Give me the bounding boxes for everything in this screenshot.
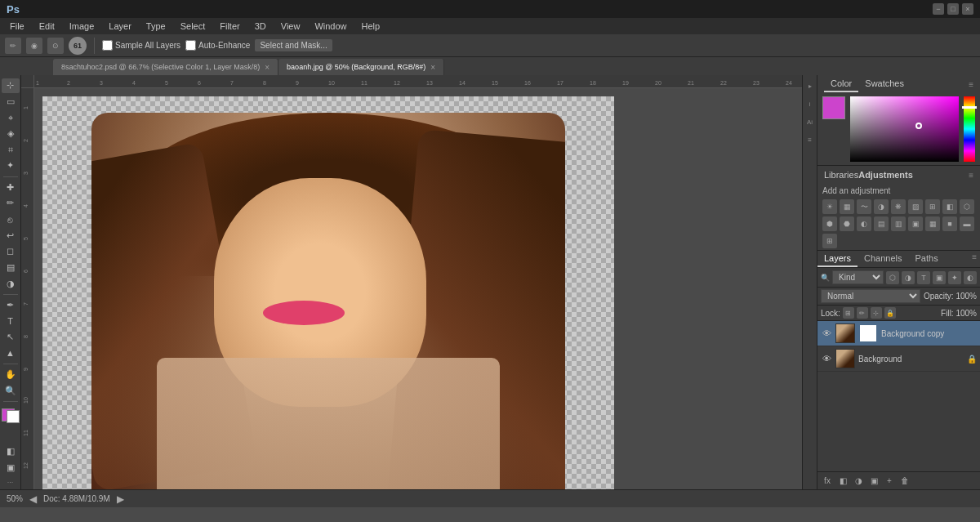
channel-mixer-icon[interactable]: ⬢ xyxy=(822,216,837,231)
menu-window[interactable]: Window xyxy=(308,20,353,32)
layer-delete-button[interactable]: 🗑 xyxy=(898,475,911,488)
posterize-icon[interactable]: ▤ xyxy=(874,216,889,231)
brightness-contrast-icon[interactable]: ☀ xyxy=(822,199,837,214)
panel-collapse-icon[interactable]: ≡ xyxy=(969,80,973,89)
vibrance-icon[interactable]: ❋ xyxy=(891,199,906,214)
lock-all-icon[interactable]: 🔒 xyxy=(884,307,896,319)
gradient-tool[interactable]: ▤ xyxy=(2,261,20,275)
panel-menu-icon[interactable]: ≡ xyxy=(969,171,973,180)
extra-tools[interactable]: ··· xyxy=(7,478,14,486)
brush-tool-icon[interactable]: ✏ xyxy=(5,38,21,54)
menu-help[interactable]: Help xyxy=(355,20,387,32)
move-tool[interactable]: ⊹ xyxy=(2,78,20,93)
tab-close-icon[interactable]: × xyxy=(265,63,270,72)
healing-tool[interactable]: ✚ xyxy=(2,181,20,195)
layer-kind-select[interactable]: Kind xyxy=(832,270,884,284)
layer-visibility-icon[interactable]: 👁 xyxy=(821,354,832,364)
menu-3d[interactable]: 3D xyxy=(248,20,273,32)
layer-adjustment-button[interactable]: ◑ xyxy=(852,475,865,488)
menu-view[interactable]: View xyxy=(274,20,307,32)
filter-adjustment-icon[interactable]: ◑ xyxy=(902,271,915,284)
gradient-fill-icon[interactable]: ▬ xyxy=(960,216,974,231)
color-panel-header[interactable]: Color Swatches ≡ xyxy=(817,75,980,93)
tab-paths[interactable]: Paths xyxy=(909,251,945,267)
minimize-button[interactable]: − xyxy=(933,3,944,15)
hsl-icon[interactable]: ▨ xyxy=(908,199,923,214)
lasso-tool[interactable]: ⌖ xyxy=(2,110,20,125)
menu-filter[interactable]: Filter xyxy=(213,20,246,32)
filter-smart-icon[interactable]: ✦ xyxy=(948,271,961,284)
menu-image[interactable]: Image xyxy=(63,20,101,32)
info-panel-icon[interactable]: i xyxy=(803,96,817,111)
shape-tool[interactable]: ▲ xyxy=(2,346,20,361)
path-select-tool[interactable]: ↖ xyxy=(2,330,20,345)
tab-8sachtuhoc2[interactable]: 8sachtuhoc2.psd @ 66.7% (Selective Color… xyxy=(53,59,278,75)
eraser-tool[interactable]: ◻ xyxy=(2,244,20,259)
canvas-area[interactable]: 1 2 3 4 5 6 7 8 9 10 11 12 13 14 15 16 1… xyxy=(21,75,802,489)
photo-filter-icon[interactable]: ⬡ xyxy=(960,199,974,214)
library-icon[interactable]: ≡ xyxy=(803,132,817,147)
filter-toggle[interactable]: ◐ xyxy=(964,271,977,284)
lock-pixels-icon[interactable]: ⊞ xyxy=(843,307,854,319)
window-controls[interactable]: − □ × xyxy=(933,3,973,15)
tab-close-icon[interactable]: × xyxy=(430,63,435,72)
curves-icon[interactable]: 〜 xyxy=(857,199,871,214)
tab-color[interactable]: Color xyxy=(824,76,858,92)
sample-all-layers-checkbox[interactable] xyxy=(102,40,113,51)
exposure-icon[interactable]: ◑ xyxy=(874,199,889,214)
clone-tool[interactable]: ⎋ xyxy=(2,212,20,227)
layer-visibility-icon[interactable]: 👁 xyxy=(821,328,832,338)
type-tool[interactable]: T xyxy=(2,314,20,328)
bw-icon[interactable]: ◧ xyxy=(942,199,957,214)
filter-shape-icon[interactable]: ▣ xyxy=(933,271,946,284)
marquee-tool[interactable]: ▭ xyxy=(2,95,20,109)
quick-select-tool[interactable]: ◈ xyxy=(2,127,20,141)
hand-tool[interactable]: ✋ xyxy=(2,368,20,382)
menu-edit[interactable]: Edit xyxy=(33,20,61,32)
menu-select[interactable]: Select xyxy=(174,20,212,32)
libraries-tab[interactable]: Libraries xyxy=(824,170,858,180)
levels-icon[interactable]: ▦ xyxy=(840,199,854,214)
lock-position-icon[interactable]: ✏ xyxy=(857,307,868,319)
panel-menu-icon[interactable]: ≡ xyxy=(969,251,980,267)
tab-baoanh[interactable]: baoanh.jpg @ 50% (Background, RGB/8#) × xyxy=(278,59,444,75)
tab-swatches[interactable]: Swatches xyxy=(858,76,911,92)
hue-slider[interactable] xyxy=(964,96,975,162)
quick-mask-tool[interactable]: ◧ xyxy=(2,444,20,459)
selective-color-icon[interactable]: ▦ xyxy=(925,216,940,231)
background-color[interactable] xyxy=(7,410,20,423)
close-button[interactable]: × xyxy=(962,3,973,15)
histogram-icon[interactable]: ▸ xyxy=(803,78,817,93)
status-nav-prev[interactable]: ◀ xyxy=(29,493,37,505)
quick-select-icon[interactable]: ⊙ xyxy=(47,38,64,54)
history-brush-tool[interactable]: ↩ xyxy=(2,228,20,243)
color-preview[interactable] xyxy=(822,96,845,119)
menu-type[interactable]: Type xyxy=(140,20,172,32)
brush-tool[interactable]: ✏ xyxy=(2,196,20,211)
filter-pixel-icon[interactable]: ⬡ xyxy=(886,271,899,284)
layer-row-background-copy[interactable]: 👁 Background copy xyxy=(817,321,980,346)
menu-layer[interactable]: Layer xyxy=(102,20,138,32)
path-tool[interactable]: ✒ xyxy=(2,298,20,313)
color-lookup-icon[interactable]: ⬣ xyxy=(840,216,854,231)
layer-mask-button[interactable]: ◧ xyxy=(836,475,849,488)
threshold-icon[interactable]: ▥ xyxy=(891,216,906,231)
auto-enhance-checkbox[interactable] xyxy=(185,40,196,51)
screen-mode-tool[interactable]: ▣ xyxy=(2,460,20,475)
canvas-document[interactable] xyxy=(42,96,614,489)
layer-new-button[interactable]: + xyxy=(883,475,896,488)
color-gradient[interactable] xyxy=(850,96,959,162)
adjustments-tab[interactable]: Adjustments xyxy=(858,170,913,180)
brush-size-circle[interactable]: 61 xyxy=(69,37,87,55)
tab-layers[interactable]: Layers xyxy=(817,251,858,267)
dodge-tool[interactable]: ◑ xyxy=(2,276,20,291)
color-balance-icon[interactable]: ⊞ xyxy=(925,199,940,214)
layer-group-button[interactable]: ▣ xyxy=(867,475,880,488)
menu-file[interactable]: File xyxy=(3,20,31,32)
status-nav-next[interactable]: ▶ xyxy=(117,493,124,505)
select-mask-button[interactable]: Select and Mask... xyxy=(255,39,332,51)
solid-color-icon[interactable]: ■ xyxy=(942,216,957,231)
eyedropper-tool[interactable]: ✦ xyxy=(2,158,20,173)
gradient-map-icon[interactable]: ▣ xyxy=(908,216,923,231)
blend-mode-select[interactable]: Normal xyxy=(821,289,920,303)
